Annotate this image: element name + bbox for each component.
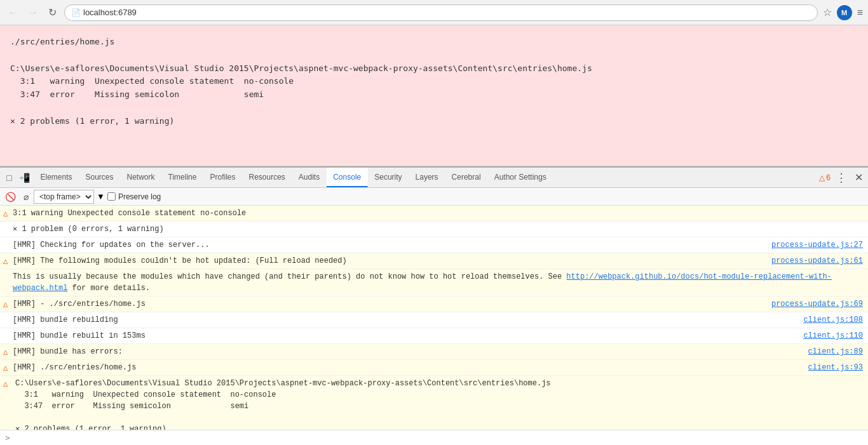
message-link[interactable]: client.js:93 bbox=[808, 362, 863, 373]
message-link[interactable]: client.js:108 bbox=[803, 314, 863, 326]
menu-button[interactable]: ≡ bbox=[857, 7, 863, 18]
main-content-area: ./src/entries/home.js C:\Users\e-saflore… bbox=[0, 25, 868, 166]
tab-audits[interactable]: Audits bbox=[292, 168, 327, 187]
tab-sources[interactable]: Sources bbox=[79, 168, 121, 187]
devtools-tabs: Elements Sources Network Timeline Profil… bbox=[34, 168, 553, 187]
console-message: client.js:108 [HMR] bundle rebuilding bbox=[0, 312, 868, 328]
forward-button[interactable]: → bbox=[25, 4, 41, 21]
frame-dropdown-icon: ▼ bbox=[97, 192, 105, 201]
page-icon: 📄 bbox=[71, 8, 81, 17]
frame-select[interactable]: <top frame> bbox=[34, 190, 94, 204]
message-link[interactable]: process-update.js:69 bbox=[771, 298, 863, 310]
url-text: localhost:6789 bbox=[83, 8, 137, 17]
tab-network[interactable]: Network bbox=[121, 168, 162, 187]
console-input-row: > bbox=[0, 430, 868, 445]
tab-timeline[interactable]: Timeline bbox=[162, 168, 204, 187]
console-filter-button[interactable]: ⌀ bbox=[21, 190, 31, 203]
message-link[interactable]: process-update.js:27 bbox=[771, 239, 863, 251]
reload-button[interactable]: ↻ bbox=[46, 4, 59, 21]
console-message: △ C:\Users\e-saflores\Documents\Visual S… bbox=[0, 376, 868, 430]
console-message: client.js:110 [HMR] bundle rebuilt in 15… bbox=[0, 328, 868, 344]
warning-icon: △ bbox=[3, 208, 8, 220]
message-link[interactable]: client.js:110 bbox=[803, 330, 863, 342]
tab-elements[interactable]: Elements bbox=[34, 168, 79, 187]
console-message: △ process-update.js:61 [HMR] The followi… bbox=[0, 253, 868, 269]
console-message: This is usually because the modules whic… bbox=[0, 269, 868, 296]
tab-console[interactable]: Console bbox=[327, 168, 368, 187]
console-toolbar: 🚫 ⌀ <top frame> ▼ Preserve log bbox=[0, 188, 868, 206]
console-messages[interactable]: △ 3:1 warning Unexpected console stateme… bbox=[0, 206, 868, 430]
warning-icon: △ bbox=[3, 347, 8, 358]
devtools-inspect-button[interactable]: □ bbox=[3, 170, 15, 185]
devtools-close-button[interactable]: ✕ bbox=[852, 171, 865, 183]
console-message: △ client.js:93 [HMR] ./src/entries/home.… bbox=[0, 360, 868, 376]
console-message: △ client.js:89 [HMR] bundle has errors: bbox=[0, 344, 868, 360]
warning-icon: △ bbox=[3, 362, 8, 374]
devtools-more-button[interactable]: ⋮ bbox=[833, 171, 850, 185]
error-output: ./src/entries/home.js C:\Users\e-saflore… bbox=[10, 36, 858, 128]
preserve-log-checkbox[interactable] bbox=[107, 192, 116, 201]
address-bar[interactable]: 📄 localhost:6789 bbox=[64, 4, 818, 21]
tab-profiles[interactable]: Profiles bbox=[203, 168, 242, 187]
warning-count: 6 bbox=[826, 173, 831, 182]
bookmark-button[interactable]: ☆ bbox=[823, 6, 832, 18]
console-prompt: > bbox=[5, 433, 10, 442]
warning-badge: △ 6 bbox=[819, 173, 831, 182]
preserve-log-label[interactable]: Preserve log bbox=[107, 192, 161, 201]
message-link[interactable]: process-update.js:61 bbox=[771, 255, 863, 267]
warning-icon: △ bbox=[3, 299, 8, 310]
devtools-tab-end: △ 6 ⋮ ✕ bbox=[819, 171, 865, 185]
warning-icon: △ bbox=[3, 256, 8, 267]
message-link[interactable]: client.js:89 bbox=[808, 346, 863, 357]
warning-icon: △ bbox=[819, 173, 825, 182]
hmr-link[interactable]: http://webpack.github.io/docs/hot-module… bbox=[13, 272, 832, 293]
warning-icon: △ bbox=[3, 378, 8, 390]
tab-author-settings[interactable]: Author Settings bbox=[488, 168, 553, 187]
console-message: △ process-update.js:69 [HMR] - ./src/ent… bbox=[0, 296, 868, 312]
console-message: process-update.js:27 [HMR] Checking for … bbox=[0, 237, 868, 253]
tab-resources[interactable]: Resources bbox=[242, 168, 292, 187]
tab-layers[interactable]: Layers bbox=[409, 168, 445, 187]
devtools-panel: □ 📲 Elements Sources Network Timeline Pr… bbox=[0, 166, 868, 445]
console-input[interactable] bbox=[14, 434, 863, 442]
console-message: ✕ 1 problem (0 errors, 1 warning) bbox=[0, 222, 868, 237]
tab-security[interactable]: Security bbox=[368, 168, 409, 187]
console-message: △ 3:1 warning Unexpected console stateme… bbox=[0, 206, 868, 222]
devtools-device-button[interactable]: 📲 bbox=[15, 170, 34, 185]
tab-cerebral[interactable]: Cerebral bbox=[445, 168, 488, 187]
console-clear-button[interactable]: 🚫 bbox=[3, 190, 18, 203]
user-avatar: M bbox=[837, 5, 852, 20]
browser-toolbar: ← → ↻ 📄 localhost:6789 ☆ M ≡ bbox=[0, 0, 868, 25]
devtools-tabbar: □ 📲 Elements Sources Network Timeline Pr… bbox=[0, 168, 868, 188]
back-button[interactable]: ← bbox=[5, 4, 20, 21]
